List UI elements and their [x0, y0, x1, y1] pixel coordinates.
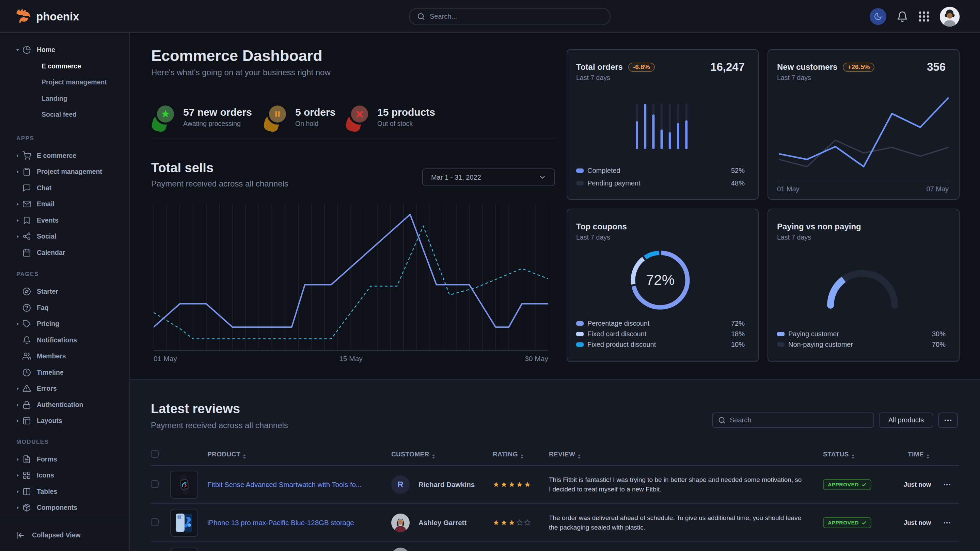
caret-right-icon: [16, 419, 20, 423]
chevron-down-icon: [539, 173, 546, 181]
legend-value: 52%: [731, 167, 745, 175]
sidebar-item-tables[interactable]: Tables: [0, 484, 129, 500]
compass-icon: [22, 287, 31, 296]
user-avatar[interactable]: [940, 7, 959, 27]
sidebar-item-forms[interactable]: Forms: [0, 451, 129, 468]
table-row: [151, 542, 959, 551]
sidebar-item-authentication[interactable]: Authentication: [0, 397, 129, 413]
reviews-more-button[interactable]: [938, 413, 958, 428]
legend-swatch: [576, 321, 584, 326]
sidebar-item-members[interactable]: Members: [0, 348, 129, 365]
card-legend: Completed 52% Pending payment 48%: [576, 167, 745, 187]
sidebar-item-social[interactable]: Social: [0, 229, 129, 245]
paying-vs-nonpaying-card: Paying vs non paying Last 7 days Paying …: [767, 209, 959, 362]
reviews-search-input[interactable]: [730, 416, 868, 424]
sidebar-item-icons[interactable]: Icons: [0, 467, 129, 484]
sidebar-item-faq[interactable]: Faq: [0, 300, 129, 316]
sidebar-subitem-social-feed[interactable]: Social feed: [0, 106, 129, 123]
apps-grid-button[interactable]: [918, 11, 930, 22]
stat-value: 5 orders: [295, 106, 336, 118]
notifications-button[interactable]: [897, 11, 908, 22]
caret-right-icon: [16, 457, 20, 461]
sidebar-item-errors[interactable]: Errors: [0, 381, 129, 397]
global-search[interactable]: [409, 8, 611, 25]
row-checkbox[interactable]: [151, 518, 159, 526]
row-more-button[interactable]: [935, 484, 959, 486]
phoenix-logo-icon: [16, 9, 31, 24]
sidebar-item-pricing[interactable]: Pricing: [0, 316, 129, 332]
column-header-time[interactable]: TIME: [900, 444, 935, 465]
check-icon: [862, 520, 867, 526]
sidebar-item-home[interactable]: Home: [0, 42, 129, 58]
date-range-select[interactable]: Mar 1 - 31, 2022: [422, 168, 555, 186]
select-all-checkbox[interactable]: [151, 450, 159, 458]
sidebar-subitem-landing[interactable]: Landing: [0, 91, 129, 107]
bell-icon: [897, 11, 908, 22]
caret-right-icon: [16, 403, 20, 407]
legend-row: Fixed card discount 18%: [576, 330, 745, 338]
collapsed-view-toggle[interactable]: Collapsed View: [0, 519, 129, 551]
collapse-icon: [16, 531, 24, 540]
caret-right-icon: [16, 202, 20, 206]
product-thumbnail[interactable]: [170, 471, 198, 499]
column-header-customer[interactable]: CUSTOMER: [391, 444, 493, 465]
svg-text:15 May: 15 May: [339, 355, 363, 362]
product-thumbnail[interactable]: [170, 509, 198, 537]
legend-swatch: [777, 332, 784, 336]
sidebar-item-timeline[interactable]: Timeline: [0, 365, 129, 381]
column-header-review[interactable]: REVIEW: [549, 444, 823, 465]
page-title: Ecommerce Dashboard: [151, 47, 323, 65]
card-legend: Paying customer 30% Non-paying customer …: [777, 330, 946, 348]
column-header-rating[interactable]: RATING: [493, 444, 549, 465]
stat-sub: Out of stock: [377, 120, 435, 128]
product-link[interactable]: iPhone 13 pro max-Pacific Blue-128GB sto…: [207, 519, 354, 527]
sidebar-item-calendar[interactable]: Calendar: [0, 245, 129, 261]
caret-right-icon: [16, 490, 20, 494]
sidebar-subitem-project-management[interactable]: Project management: [0, 74, 129, 91]
reviews-search[interactable]: [712, 413, 874, 428]
dashboard-content: Ecommerce Dashboard Here's what's going …: [131, 33, 980, 379]
row-more-button[interactable]: [935, 522, 959, 524]
pie-chart-icon: [22, 46, 31, 54]
bell-icon: [22, 336, 31, 345]
customer-avatar-photo: [391, 514, 410, 532]
sidebar-item-notifications[interactable]: Notifications: [0, 332, 129, 348]
legend-row: Paying customer 30%: [777, 330, 946, 338]
global-search-input[interactable]: [430, 13, 602, 21]
sidebar-section-apps: APPS: [0, 123, 129, 148]
legend-value: 18%: [731, 330, 745, 338]
row-checkbox[interactable]: [151, 480, 159, 488]
new-customers-axis-labels: 01 May07 May: [777, 185, 949, 193]
table-row: Fitbit Sense Advanced Smartwatch with To…: [151, 465, 959, 504]
sidebar-item-chat[interactable]: Chat: [0, 180, 129, 196]
review-time: Just now: [904, 481, 931, 488]
date-range-value: Mar 1 - 31, 2022: [431, 173, 539, 181]
svg-text:01 May: 01 May: [154, 355, 177, 362]
customer-name: Ashley Garrett: [418, 519, 466, 527]
top-coupons-card: Top coupons Last 7 days 72% Percentage d…: [566, 209, 759, 362]
status-badge: APPROVED: [823, 479, 871, 490]
column-header-status[interactable]: STATUS: [823, 444, 900, 465]
sidebar-item-starter[interactable]: Starter: [0, 284, 129, 300]
all-products-filter-button[interactable]: All products: [879, 413, 933, 428]
legend-swatch: [576, 342, 584, 347]
product-link[interactable]: Fitbit Sense Advanced Smartwatch with To…: [207, 481, 362, 489]
legend-label: Percentage discount: [587, 319, 649, 327]
caret-right-icon: [16, 506, 20, 510]
brand-name: phoenix: [36, 10, 80, 23]
sidebar-item-events[interactable]: Events: [0, 212, 129, 229]
search-icon: [718, 416, 725, 424]
stat-pause-icon: [263, 105, 286, 132]
sidebar-item-email[interactable]: Email: [0, 196, 129, 212]
sidebar-subitem-e-commerce[interactable]: E commerce: [0, 58, 129, 75]
sidebar-item-project-management[interactable]: Project management: [0, 164, 129, 180]
brand-logo[interactable]: phoenix: [16, 9, 80, 24]
legend-swatch: [576, 332, 584, 336]
sidebar-item-e-commerce[interactable]: E commerce: [0, 148, 129, 164]
file-text-icon: [22, 455, 31, 464]
share-2-icon: [22, 232, 31, 241]
theme-toggle-button[interactable]: [870, 8, 886, 25]
column-header-product[interactable]: PRODUCT: [170, 444, 391, 465]
help-circle-icon: [22, 303, 31, 312]
sidebar-item-components[interactable]: Components: [0, 500, 129, 516]
